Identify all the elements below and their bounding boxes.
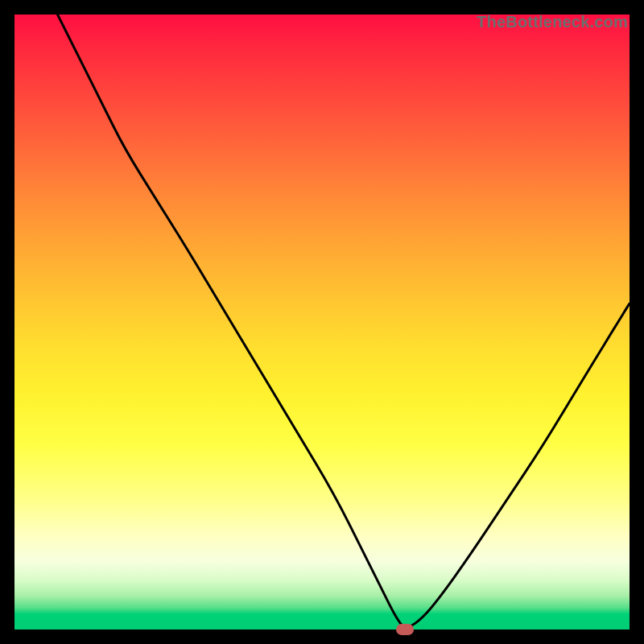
bottleneck-curve — [14, 14, 630, 630]
minimum-marker — [396, 624, 414, 635]
plot-area: TheBottleneck.com — [14, 14, 630, 630]
chart-frame: TheBottleneck.com — [0, 0, 644, 644]
